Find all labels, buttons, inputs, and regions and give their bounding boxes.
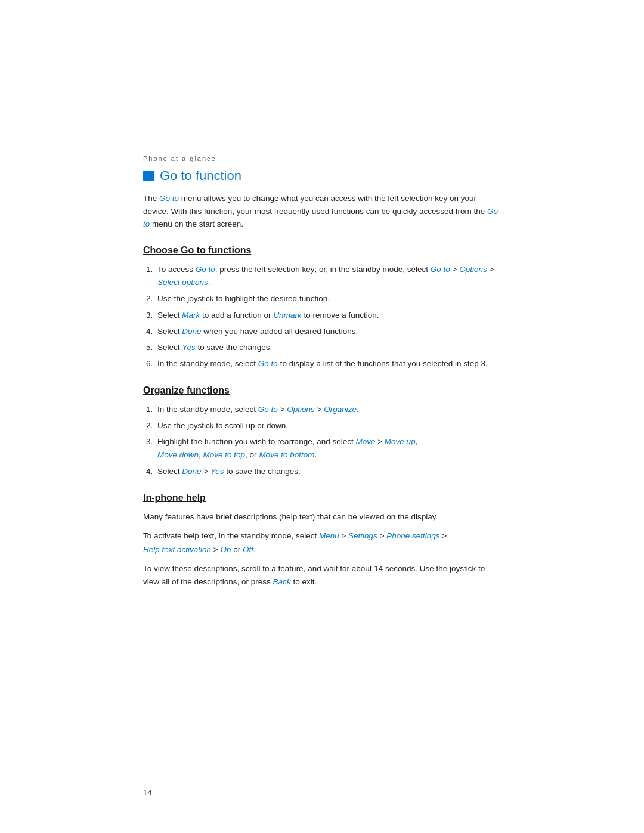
yes-link-choose[interactable]: Yes (182, 343, 196, 352)
intro-paragraph: The Go to menu allows you to change what… (143, 192, 501, 231)
list-item: Use the joystick to highlight the desire… (155, 292, 501, 305)
inphone-section-heading: In-phone help (143, 493, 501, 503)
move-to-bottom-link[interactable]: Move to bottom (259, 450, 314, 459)
unmark-link[interactable]: Unmark (273, 311, 301, 320)
organize-section-heading: Organize functions (143, 385, 501, 396)
organize-link[interactable]: Organize (324, 405, 357, 414)
on-link[interactable]: On (220, 545, 231, 554)
list-item: To access Go to, press the left selectio… (155, 263, 501, 290)
main-title-block: Go to function (143, 168, 501, 184)
help-text-activation-link[interactable]: Help text activation (143, 545, 211, 554)
goto-link-choose1[interactable]: Go to (196, 265, 215, 274)
settings-link[interactable]: Settings (348, 531, 377, 540)
choose-section-heading: Choose Go to functions (143, 245, 501, 256)
goto-link-intro2[interactable]: Go to (143, 207, 498, 229)
goto-link-choose2[interactable]: Go to (431, 265, 450, 274)
list-item: Highlight the function you wish to rearr… (155, 435, 501, 462)
page-number: 14 (143, 788, 151, 797)
inphone-para3: To view these descriptions, scroll to a … (143, 562, 501, 589)
menu-link[interactable]: Menu (319, 531, 339, 540)
page-container: Phone at a glance Go to function The Go … (0, 0, 644, 833)
off-link[interactable]: Off (243, 545, 253, 554)
back-link[interactable]: Back (273, 577, 291, 586)
move-to-top-link[interactable]: Move to top (203, 450, 246, 459)
options-link-org[interactable]: Options (287, 405, 315, 414)
inphone-para1: Many features have brief descriptions (h… (143, 510, 501, 524)
choose-list: To access Go to, press the left selectio… (155, 263, 501, 371)
list-item: Select Mark to add a function or Unmark … (155, 309, 501, 322)
goto-link-intro1[interactable]: Go to (159, 194, 179, 203)
content-area: Phone at a glance Go to function The Go … (143, 0, 501, 654)
move-down-link[interactable]: Move down (157, 450, 199, 459)
phone-settings-link[interactable]: Phone settings (386, 531, 439, 540)
move-up-link[interactable]: Move up (385, 437, 416, 446)
organize-list: In the standby mode, select Go to > Opti… (155, 403, 501, 478)
inphone-para2: To activate help text, in the standby mo… (143, 529, 501, 556)
list-item: In the standby mode, select Go to > Opti… (155, 403, 501, 416)
select-options-link[interactable]: Select options (157, 278, 208, 287)
list-item: In the standby mode, select Go to to dis… (155, 357, 501, 370)
title-square-icon (143, 171, 154, 181)
section-label: Phone at a glance (143, 155, 501, 162)
move-link[interactable]: Move (355, 437, 375, 446)
options-link-choose[interactable]: Options (459, 265, 487, 274)
list-item: Select Yes to save the changes. (155, 341, 501, 354)
done-link-choose[interactable]: Done (182, 327, 201, 336)
yes-link-org[interactable]: Yes (210, 467, 224, 476)
list-item: Select Done when you have added all desi… (155, 325, 501, 338)
mark-link[interactable]: Mark (182, 311, 200, 320)
goto-link-choose3[interactable]: Go to (258, 359, 278, 368)
list-item: Use the joystick to scroll up or down. (155, 419, 501, 432)
done-link-org[interactable]: Done (182, 467, 201, 476)
main-title-text: Go to function (160, 168, 242, 184)
list-item: Select Done > Yes to save the changes. (155, 465, 501, 478)
goto-link-org1[interactable]: Go to (258, 405, 278, 414)
